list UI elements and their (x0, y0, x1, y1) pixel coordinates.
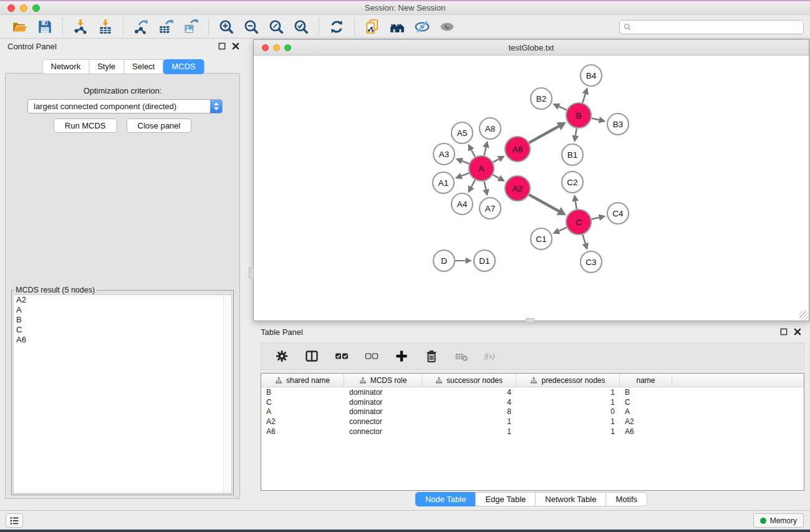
column-header-shared-name[interactable]: shared name (261, 374, 344, 387)
graph-edge[interactable] (559, 107, 567, 110)
tab-network-table[interactable]: Network Table (535, 492, 606, 506)
table-cell[interactable]: C (261, 398, 344, 407)
table-cell[interactable]: dominator (344, 407, 422, 416)
table-cell[interactable]: 4 (422, 388, 516, 397)
import-table-button[interactable] (93, 17, 118, 37)
table-row[interactable]: Bdominator41B (261, 387, 804, 397)
table-cell[interactable]: A2 (261, 417, 344, 426)
table-cell[interactable]: A2 (620, 417, 672, 426)
hide-selected-button[interactable] (410, 17, 435, 37)
float-panel-icon[interactable] (780, 328, 788, 336)
graph-edge[interactable] (529, 127, 559, 143)
graph-edge[interactable] (582, 235, 585, 243)
table-cell[interactable]: 1 (516, 417, 620, 426)
graph-edge[interactable] (576, 201, 577, 210)
graph-node-B4[interactable]: B4 (581, 65, 602, 86)
graph-node-A[interactable]: A (469, 156, 494, 181)
graph-edge[interactable] (529, 195, 559, 211)
graph-edge[interactable] (493, 175, 499, 178)
table-row[interactable]: Adominator80A (261, 407, 804, 417)
result-item[interactable]: A2 (14, 295, 231, 305)
table-cell[interactable]: A6 (261, 427, 344, 436)
tab-motifs[interactable]: Motifs (605, 492, 647, 506)
table-cell[interactable]: 8 (422, 407, 516, 416)
table-cell[interactable]: 4 (422, 398, 516, 407)
table-cell[interactable]: 1 (422, 427, 516, 436)
graph-node-C1[interactable]: C1 (531, 228, 552, 249)
graph-node-C3[interactable]: C3 (581, 251, 602, 273)
result-item[interactable]: B (14, 315, 231, 325)
result-item[interactable]: A (14, 305, 231, 315)
graph-node-B1[interactable]: B1 (562, 144, 583, 165)
table-cell[interactable]: 1 (516, 427, 620, 436)
graph-node-A6[interactable]: A6 (505, 137, 530, 162)
import-network-button[interactable] (68, 17, 93, 37)
graph-node-A4[interactable]: A4 (451, 193, 473, 215)
graph-edge[interactable] (471, 180, 475, 186)
graph-node-C[interactable]: C (566, 210, 591, 235)
unselect-all-button[interactable] (361, 346, 382, 367)
graph-node-B[interactable]: B (566, 103, 591, 128)
table-cell[interactable]: A6 (620, 427, 672, 436)
zoom-out-button[interactable] (239, 17, 264, 37)
graph-node-A5[interactable]: A5 (451, 122, 473, 143)
save-session-button[interactable] (32, 17, 57, 37)
tab-mcds[interactable]: MCDS (163, 59, 204, 74)
table-cell[interactable]: A (620, 407, 672, 416)
table-settings-button[interactable] (271, 346, 292, 367)
network-window-titlebar[interactable]: testGlobe.txt (254, 40, 809, 56)
apply-preferred-layout-button[interactable] (324, 17, 349, 37)
tab-style[interactable]: Style (89, 59, 124, 74)
graph-edge[interactable] (493, 159, 499, 162)
result-item[interactable]: C (14, 325, 231, 335)
new-network-from-selection-button[interactable] (360, 17, 385, 37)
zoom-selected-region-button[interactable] (289, 17, 314, 37)
tab-edge-table[interactable]: Edge Table (475, 492, 536, 506)
column-header-name[interactable]: name (620, 374, 672, 387)
graph-node-D[interactable]: D (433, 250, 455, 271)
close-panel-button[interactable]: Close panel (127, 118, 192, 133)
table-cell[interactable]: dominator (344, 388, 422, 397)
open-session-button[interactable] (7, 17, 32, 37)
show-hide-columns-button[interactable] (301, 346, 322, 367)
graph-edge[interactable] (461, 173, 469, 176)
window-resize-grip[interactable] (799, 311, 808, 320)
graph-edge[interactable] (591, 218, 599, 220)
function-builder-button[interactable]: f(x) (481, 346, 502, 367)
graph-node-A1[interactable]: A1 (433, 172, 454, 193)
table-cell[interactable]: B (620, 388, 672, 397)
column-header-successor-nodes[interactable]: successor nodes (422, 374, 516, 387)
network-graph[interactable]: B4B2BB3B1C2A5A8A6A3AA1A2A4A7CC4C1C3DD1 (254, 56, 809, 321)
graph-node-A3[interactable]: A3 (433, 143, 455, 165)
table-cell[interactable]: 1 (516, 388, 620, 397)
table-cell[interactable]: 0 (516, 407, 620, 416)
table-cell[interactable]: 1 (516, 398, 620, 407)
result-item[interactable]: A6 (14, 335, 231, 345)
graph-edge[interactable] (591, 118, 599, 120)
graph-edge[interactable] (582, 94, 585, 103)
search-input[interactable] (634, 22, 803, 32)
table-row[interactable]: A2connector11A2 (261, 417, 804, 427)
memory-button[interactable]: Memory (753, 513, 804, 528)
graph-edge[interactable] (471, 150, 475, 157)
graph-node-D1[interactable]: D1 (474, 250, 495, 271)
tab-network[interactable]: Network (42, 59, 89, 74)
panel-splitter-handle[interactable] (249, 268, 254, 278)
export-image-button[interactable] (178, 17, 203, 37)
table-cell[interactable]: C (620, 398, 672, 407)
table-cell[interactable]: 1 (422, 417, 516, 426)
search-field[interactable] (619, 20, 804, 34)
graph-edge[interactable] (484, 181, 486, 190)
graph-edge[interactable] (576, 128, 577, 136)
table-cell[interactable]: connector (344, 427, 422, 436)
criterion-dropdown[interactable]: largest connected component (directed) (27, 99, 223, 114)
graph-edge[interactable] (462, 161, 469, 163)
table-cell[interactable]: A (261, 407, 344, 416)
close-panel-icon[interactable] (232, 42, 239, 50)
graph-node-C4[interactable]: C4 (607, 203, 629, 224)
export-network-button[interactable] (128, 17, 153, 37)
tab-node-table[interactable]: Node Table (415, 492, 476, 506)
create-column-button[interactable] (391, 346, 412, 367)
tab-select[interactable]: Select (123, 59, 163, 74)
graph-edge[interactable] (484, 147, 486, 155)
